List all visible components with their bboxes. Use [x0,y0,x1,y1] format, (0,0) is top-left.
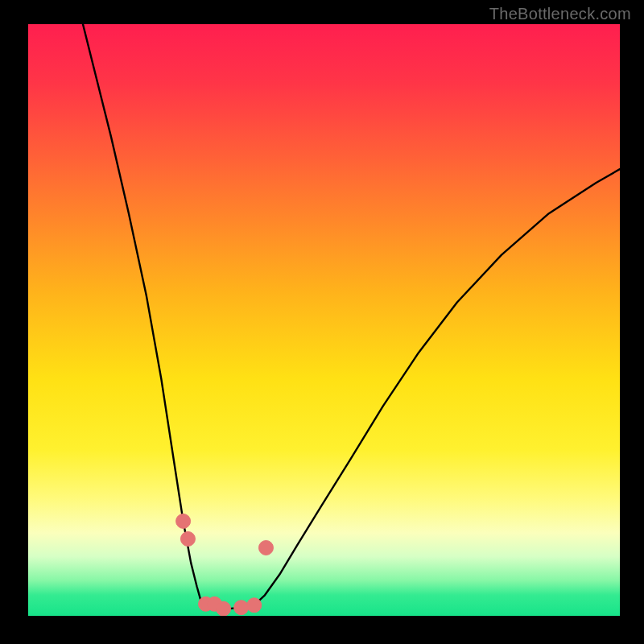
chart-svg [28,24,620,616]
chart-frame: TheBottleneck.com [0,0,644,644]
watermark-text: TheBottleneck.com [489,5,631,23]
marker-point-0 [176,514,191,528]
marker-point-1 [180,531,195,546]
series-right-branch [253,169,620,606]
marker-point-5 [234,601,249,615]
marker-point-4 [217,601,231,616]
marker-point-6 [247,598,262,613]
marker-point-7 [258,540,273,555]
series-group [76,24,620,609]
plot-area [28,24,620,616]
